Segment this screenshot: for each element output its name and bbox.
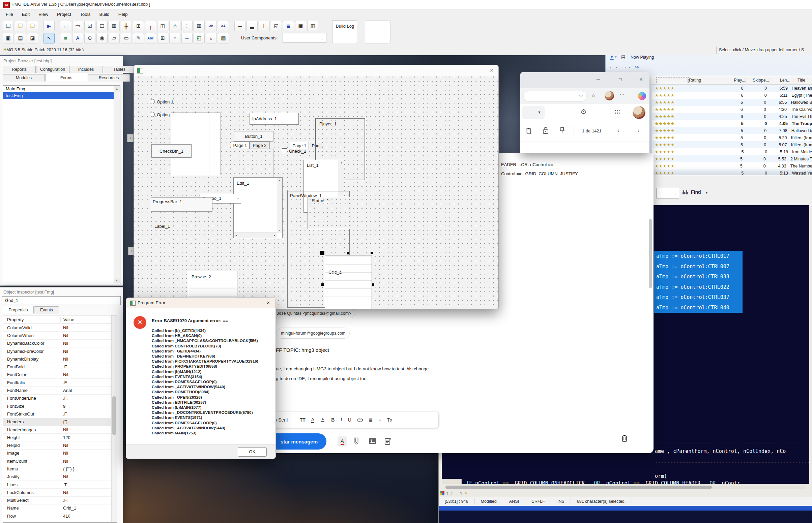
formatting-options-button[interactable]: A	[338, 436, 347, 447]
form-scroll-left-button[interactable]: ‹	[127, 134, 134, 142]
object-selector-combo[interactable]: Grid_1⌄	[2, 296, 121, 305]
project-tab[interactable]: Forms	[45, 74, 87, 81]
property-row[interactable]: FontUnderLine .F.	[3, 395, 117, 402]
property-row[interactable]: FontName Arial	[3, 386, 117, 394]
property-row[interactable]: Headers {"}	[3, 418, 117, 426]
property-value[interactable]: Nil	[60, 349, 68, 354]
toolbar-button[interactable]: ▶	[43, 21, 55, 31]
property-row[interactable]: FontStrikeOut .F.	[3, 410, 117, 418]
compose-from-chip[interactable]: José Quintas <jmcquintas@gmail.com>	[272, 308, 355, 318]
insert-template-icon[interactable]	[384, 437, 392, 445]
track-row[interactable]: ★★★★★ 5 0 5:20 Killers (Iron	[652, 134, 812, 141]
property-value[interactable]: Nil	[60, 451, 68, 456]
project-tab[interactable]: Reports	[3, 66, 36, 73]
progressbar-control[interactable]: ProgressBar_1	[151, 197, 212, 212]
property-value[interactable]: 120	[60, 435, 70, 440]
menu-item[interactable]: Build	[95, 11, 114, 18]
property-row[interactable]: FontColor Nil	[3, 371, 117, 379]
property-value[interactable]: Nil	[60, 443, 68, 448]
tab-properties[interactable]: Properties	[3, 306, 34, 313]
property-value[interactable]: .T.	[60, 482, 68, 487]
toolbar-button[interactable]: ╒	[145, 21, 156, 31]
scroll-up-icon[interactable]: ▲	[277, 178, 282, 183]
radio-option1[interactable]: Option 1	[150, 99, 173, 105]
track-rating-stars[interactable]: ★★★★★	[652, 107, 688, 112]
highlight-color-icon[interactable]	[320, 417, 325, 422]
property-row[interactable]: FontBold .F.	[3, 363, 117, 371]
selection-handle[interactable]	[372, 283, 374, 286]
line-numbers-icon[interactable]: #	[451, 491, 453, 495]
project-tab[interactable]: Configuration	[36, 66, 69, 73]
project-tab[interactable]: Modules	[3, 74, 45, 82]
font-size-button[interactable]: TT	[300, 417, 305, 422]
numbered-list-button[interactable]: ≣	[369, 417, 373, 422]
toolbar-button[interactable]: ┬	[234, 21, 246, 31]
track-row[interactable]: ★★★★★ 6 0 6:55 Hallowed B	[652, 99, 812, 106]
radio-option2[interactable]: Option 2	[150, 111, 173, 118]
track-row[interactable]: ★★★★★ 5 0 5:18 Iron Maide	[652, 148, 812, 155]
bullet-list-button[interactable]: ≡	[379, 417, 382, 422]
search-collapsed-button[interactable]: ▼	[522, 106, 545, 119]
property-row[interactable]: HeaderImages Nil	[3, 426, 117, 434]
property-row[interactable]: DynamicForeColor Nil	[3, 347, 117, 355]
underline-button[interactable]: U	[348, 417, 351, 422]
toolbar-button[interactable]: ▂	[247, 21, 258, 31]
toolbar-button[interactable]: Abc	[145, 33, 156, 43]
toolbar-button[interactable]: ☑	[84, 21, 95, 31]
discard-draft-icon[interactable]	[621, 434, 628, 442]
track-rating-stars[interactable]: ★★★★★	[652, 143, 688, 147]
property-row[interactable]: DynamicBackColor Nil	[3, 340, 117, 347]
property-row[interactable]: Items { {""} }	[3, 465, 117, 473]
selection-handle[interactable]	[371, 252, 373, 254]
column-header-plays[interactable]: Play...	[725, 78, 745, 83]
favorites-list-icon[interactable]: ☆	[591, 92, 596, 98]
dialog-close-icon[interactable]: ✕	[266, 300, 270, 305]
toolbar-button[interactable]: ⌊	[259, 21, 270, 31]
property-row[interactable]: ItemCount Nil	[3, 457, 117, 465]
track-row[interactable]: ★★★★★ 5 0 5:07 Killers (Iron	[652, 141, 812, 148]
property-value[interactable]: .F.	[60, 412, 68, 416]
property-row[interactable]: Row 410	[3, 512, 117, 520]
column-header-length[interactable]: Len...	[769, 78, 790, 83]
property-row[interactable]: Image Nil	[3, 450, 117, 457]
clear-format-button[interactable]: Tx	[387, 417, 392, 422]
tab-control-1[interactable]: Page 1Page 2	[231, 142, 270, 149]
security-lock-icon[interactable]	[543, 127, 549, 134]
forms-list[interactable]: Main.Fmg test.Fmg ▲ ▼	[3, 85, 120, 284]
track-rating-stars[interactable]: ★★★★★	[652, 100, 688, 105]
toolbar-button[interactable]: ❒	[27, 21, 38, 31]
property-value[interactable]: {"}	[60, 419, 68, 424]
toolbar-button[interactable]: ▭	[121, 33, 132, 43]
property-value[interactable]: Nil	[60, 458, 68, 464]
property-value[interactable]: Nil	[60, 333, 68, 338]
property-value[interactable]: Nil	[60, 325, 68, 330]
toolbar-button[interactable]: ≡	[60, 33, 71, 43]
toolbar-button[interactable]: A	[72, 33, 83, 43]
attach-file-icon[interactable]	[353, 436, 360, 446]
form-list-item[interactable]: Main.Fmg	[3, 86, 120, 92]
property-value[interactable]: .F.	[60, 498, 68, 503]
track-rating-stars[interactable]: ★★★★★	[652, 150, 688, 154]
back-icon[interactable]: ←	[609, 64, 614, 70]
copilot-icon[interactable]	[638, 92, 646, 100]
minimize-button[interactable]: ─	[597, 77, 600, 82]
toolbar-button[interactable]: ▣	[295, 21, 306, 31]
column-header-skipped[interactable]: Skippe...	[745, 78, 769, 83]
browser-menu-icon[interactable]: ⋯	[619, 92, 624, 98]
project-tab[interactable]: Includes	[69, 66, 103, 73]
delete-icon[interactable]	[526, 127, 532, 134]
track-row[interactable]: ★★★★★ 5 0 4:33 The Numbe	[652, 162, 812, 169]
track-row[interactable]: ★★★★★ 6 0 4:25 The Evil Th	[652, 113, 812, 120]
compose-to-chip[interactable]: minigui-forum@googlegroups.com	[277, 327, 350, 339]
user-icon[interactable]	[609, 55, 614, 60]
grid-control-unnamed[interactable]	[171, 112, 221, 175]
property-value[interactable]: .F.	[60, 380, 68, 385]
property-row[interactable]: Justify Nil	[3, 473, 117, 481]
bold-button[interactable]: B	[331, 417, 335, 422]
toolbar-button[interactable]: ▭	[72, 21, 83, 31]
toolbar-button[interactable]: ⋮	[181, 21, 193, 31]
find-dropdown-icon[interactable]: ▾	[706, 191, 707, 195]
previous-page-icon[interactable]: ‹	[617, 127, 619, 133]
tab-events[interactable]: Events	[34, 306, 59, 314]
frame-control[interactable]: Frame_1	[307, 197, 350, 229]
